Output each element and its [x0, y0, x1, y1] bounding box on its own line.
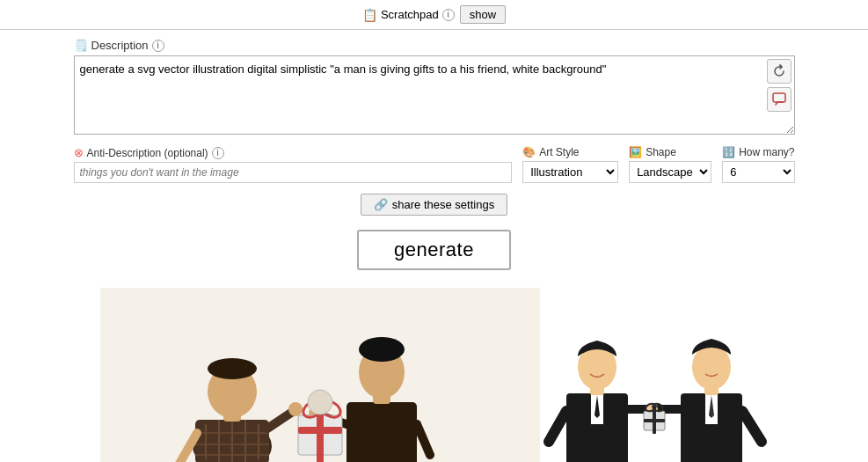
description-label: 🗒️ Description i: [74, 39, 795, 52]
shape-emoji: 🖼️: [629, 146, 642, 158]
gallery-image-right: [540, 288, 769, 462]
scratchpad-label: 📋 Scratchpad i: [362, 8, 455, 22]
top-bar: 📋 Scratchpad i show: [0, 0, 868, 30]
gallery-image-left: [100, 288, 540, 462]
shape-text: Shape: [646, 146, 676, 158]
art-style-emoji: 🎨: [522, 146, 536, 158]
how-many-label: 🔢 How many?: [722, 146, 794, 158]
description-text: Description: [91, 39, 149, 52]
refresh-icon: [772, 64, 786, 78]
art-style-text: Art Style: [539, 146, 579, 158]
main-content: 🗒️ Description i generate a svg vector i…: [56, 30, 813, 462]
how-many-emoji: 🔢: [722, 146, 735, 158]
art-style-label: 🎨 Art Style: [522, 146, 618, 158]
svg-point-17: [288, 402, 303, 416]
svg-rect-0: [773, 93, 785, 102]
scratchpad-info-icon[interactable]: i: [442, 9, 455, 21]
right-illustration: [540, 288, 769, 462]
shape-label: 🖼️ Shape: [629, 146, 711, 158]
art-style-group: 🎨 Art Style Illustration Photorealistic …: [522, 146, 618, 183]
generate-row: generate: [74, 230, 795, 270]
refresh-icon-button[interactable]: [767, 59, 791, 84]
svg-rect-52: [644, 419, 665, 422]
anti-description-label: ⊗ Anti-Description (optional) i: [74, 146, 513, 159]
description-box: generate a svg vector illustration digit…: [74, 55, 795, 137]
shape-group: 🖼️ Shape Landscape Portrait Square: [629, 146, 711, 183]
generate-button[interactable]: generate: [357, 230, 511, 270]
description-info-icon[interactable]: i: [152, 40, 164, 52]
share-settings-button[interactable]: 🔗 share these settings: [361, 194, 507, 216]
show-button[interactable]: show: [460, 5, 506, 24]
svg-point-14: [208, 358, 257, 379]
svg-rect-18: [346, 402, 417, 462]
scratchpad-emoji: 📋: [362, 8, 377, 22]
anti-desc-icon: ⊗: [74, 146, 84, 159]
description-textarea[interactable]: generate a svg vector illustration digit…: [74, 55, 795, 135]
anti-description-input[interactable]: [74, 162, 513, 183]
anti-desc-info-icon[interactable]: i: [212, 147, 224, 159]
anti-desc-text: Anti-Description (optional): [87, 147, 208, 159]
svg-rect-27: [298, 427, 342, 434]
description-icon: 🗒️: [74, 39, 88, 52]
shape-select[interactable]: Landscape Portrait Square: [629, 161, 711, 183]
scratchpad-text: Scratchpad: [381, 8, 439, 21]
chat-icon: [772, 92, 786, 106]
art-style-select[interactable]: Illustration Photorealistic Abstract Ske…: [522, 161, 618, 183]
how-many-text: How many?: [739, 146, 794, 158]
controls-row: ⊗ Anti-Description (optional) i 🎨 Art St…: [74, 146, 795, 183]
chat-icon-button[interactable]: [767, 87, 791, 112]
svg-point-30: [308, 390, 332, 414]
share-icon: 🔗: [374, 198, 388, 211]
how-many-select[interactable]: 123 456 78910: [722, 161, 794, 183]
share-row: 🔗 share these settings: [74, 194, 795, 216]
anti-description-group: ⊗ Anti-Description (optional) i: [74, 146, 513, 183]
icon-btn-stack: [767, 59, 791, 112]
left-illustration: [100, 288, 540, 462]
how-many-group: 🔢 How many? 123 456 78910: [722, 146, 794, 183]
gallery: [74, 288, 795, 462]
share-label: share these settings: [392, 198, 494, 211]
